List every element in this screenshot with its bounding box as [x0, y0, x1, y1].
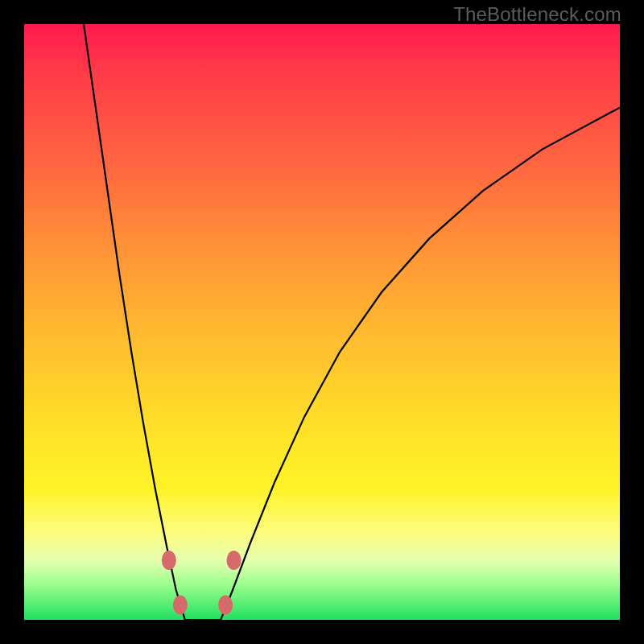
- curve-marker: [226, 551, 241, 570]
- chart-frame: TheBottleneck.com: [0, 0, 644, 644]
- curve-marker: [173, 596, 188, 615]
- watermark-text: TheBottleneck.com: [453, 3, 621, 26]
- plot-area: [24, 24, 620, 620]
- curve-marker: [218, 596, 233, 615]
- bottleneck-curve: [24, 24, 620, 620]
- curve-marker: [162, 551, 176, 570]
- curve-path: [84, 24, 620, 620]
